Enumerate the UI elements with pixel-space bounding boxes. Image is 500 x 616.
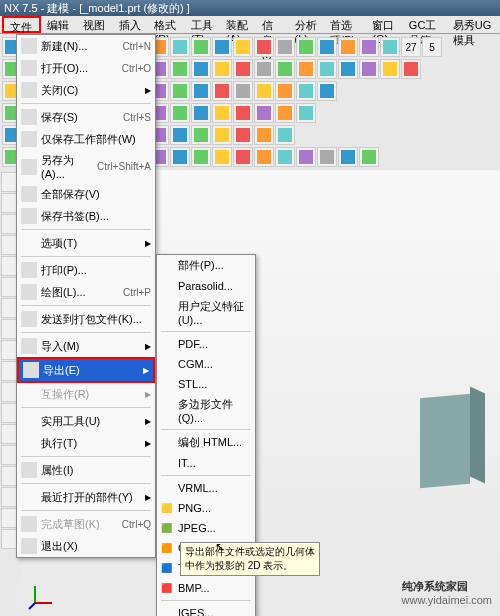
submenu-item-parasolid[interactable]: Parasolid... <box>157 276 255 296</box>
menu-analysis[interactable]: 分析(L) <box>289 16 324 33</box>
menu-file[interactable]: 文件(F) <box>2 16 41 33</box>
toolbar-icon[interactable] <box>170 103 190 123</box>
menu-item-plot[interactable]: 绘图(L)...Ctrl+P <box>17 281 155 303</box>
toolbar-icon[interactable] <box>359 37 379 57</box>
menu-edit[interactable]: 编辑(E) <box>41 16 77 33</box>
submenu-item-part[interactable]: 部件(P)... <box>157 255 255 276</box>
toolbar-icon[interactable] <box>212 125 232 145</box>
menu-info[interactable]: 信息(I) <box>256 16 289 33</box>
menu-insert[interactable]: 插入(S) <box>113 16 149 33</box>
toolbar-icon[interactable] <box>254 125 274 145</box>
toolbar-icon[interactable] <box>254 103 274 123</box>
toolbar-icon[interactable] <box>317 147 337 167</box>
toolbar-icon[interactable] <box>233 37 253 57</box>
menu-window[interactable]: 窗口(Q) <box>366 16 403 33</box>
toolbar-icon[interactable] <box>170 147 190 167</box>
submenu-item-tt[interactable]: IT... <box>157 453 255 473</box>
toolbar-icon[interactable] <box>212 59 232 79</box>
toolbar-icon[interactable] <box>338 147 358 167</box>
menu-item-exit[interactable]: 退出(X) <box>17 535 155 557</box>
submenu-item-html[interactable]: 编创 HTML... <box>157 432 255 453</box>
toolbar-icon[interactable] <box>233 125 253 145</box>
menu-format[interactable]: 格式(R) <box>148 16 184 33</box>
menu-item-close[interactable]: 关闭(C)▶ <box>17 79 155 101</box>
menu-view[interactable]: 视图(V) <box>77 16 113 33</box>
toolbar-icon[interactable] <box>170 125 190 145</box>
menu-item-interop[interactable]: 互操作(R)▶ <box>17 383 155 405</box>
submenu-item-jpeg[interactable]: 🟩JPEG... <box>157 518 255 538</box>
toolbar-icon[interactable] <box>275 147 295 167</box>
menu-item-sendpkg[interactable]: 发送到打包文件(K)... <box>17 308 155 330</box>
toolbar-icon[interactable] <box>296 59 316 79</box>
toolbar-icon[interactable] <box>212 37 232 57</box>
menu-ugmold[interactable]: 易秀UG模具 <box>447 16 498 33</box>
toolbar-icon[interactable] <box>296 147 316 167</box>
menu-item-execute[interactable]: 执行(T)▶ <box>17 432 155 454</box>
toolbar-icon[interactable] <box>338 37 358 57</box>
toolbar-icon[interactable] <box>233 59 253 79</box>
toolbar-icon[interactable] <box>191 147 211 167</box>
menu-item-options[interactable]: 选项(T)▶ <box>17 232 155 254</box>
menu-item-open[interactable]: 打开(O)...Ctrl+O <box>17 57 155 79</box>
toolbar-icon[interactable] <box>212 81 232 101</box>
menu-gctools[interactable]: GC工具箱 <box>403 16 447 33</box>
toolbar-icon[interactable] <box>191 125 211 145</box>
toolbar-icon[interactable] <box>359 59 379 79</box>
submenu-item-udf[interactable]: 用户定义特征(U)... <box>157 296 255 329</box>
toolbar-icon[interactable] <box>359 147 379 167</box>
submenu-item-bmp[interactable]: 🟥BMP... <box>157 578 255 598</box>
menu-item-import[interactable]: 导入(M)▶ <box>17 335 155 357</box>
submenu-item-stl[interactable]: STL... <box>157 374 255 394</box>
toolbar-num[interactable]: 27 <box>401 37 421 57</box>
menu-assembly[interactable]: 装配(A) <box>220 16 256 33</box>
toolbar-icon[interactable] <box>254 147 274 167</box>
menu-prefs[interactable]: 首选项(P) <box>324 16 367 33</box>
toolbar-icon[interactable] <box>317 37 337 57</box>
toolbar-num[interactable]: 5 <box>422 37 442 57</box>
toolbar-icon[interactable] <box>212 147 232 167</box>
menu-item-saveall[interactable]: 全部保存(V) <box>17 183 155 205</box>
menu-item-saveas[interactable]: 另存为(A)...Ctrl+Shift+A <box>17 150 155 183</box>
toolbar-icon[interactable] <box>170 59 190 79</box>
menu-item-new[interactable]: 新建(N)...Ctrl+N <box>17 35 155 57</box>
toolbar-icon[interactable] <box>275 125 295 145</box>
menu-item-save[interactable]: 保存(S)Ctrl+S <box>17 106 155 128</box>
toolbar-icon[interactable] <box>380 37 400 57</box>
toolbar-icon[interactable] <box>275 59 295 79</box>
toolbar-icon[interactable] <box>296 103 316 123</box>
submenu-item-polygon[interactable]: 多边形文件(Q)... <box>157 394 255 427</box>
toolbar-icon[interactable] <box>296 37 316 57</box>
toolbar-icon[interactable] <box>191 81 211 101</box>
menu-item-export[interactable]: 导出(E)▶ <box>17 357 155 383</box>
submenu-item-vrml[interactable]: VRML... <box>157 478 255 498</box>
menu-tools[interactable]: 工具(T) <box>185 16 220 33</box>
toolbar-icon[interactable] <box>317 81 337 101</box>
toolbar-icon[interactable] <box>380 59 400 79</box>
toolbar-icon[interactable] <box>191 37 211 57</box>
toolbar-icon[interactable] <box>170 37 190 57</box>
submenu-item-iges[interactable]: IGES... <box>157 603 255 616</box>
toolbar-icon[interactable] <box>401 59 421 79</box>
submenu-item-pdf[interactable]: PDF... <box>157 334 255 354</box>
toolbar-icon[interactable] <box>296 81 316 101</box>
toolbar-icon[interactable] <box>233 147 253 167</box>
toolbar-icon[interactable] <box>338 59 358 79</box>
toolbar-icon[interactable] <box>275 103 295 123</box>
toolbar-icon[interactable] <box>170 81 190 101</box>
menu-item-savework[interactable]: 仅保存工作部件(W) <box>17 128 155 150</box>
toolbar-icon[interactable] <box>233 81 253 101</box>
menu-item-recent[interactable]: 最近打开的部件(Y)▶ <box>17 486 155 508</box>
menu-item-properties[interactable]: 属性(I) <box>17 459 155 481</box>
menu-item-print[interactable]: 打印(P)... <box>17 259 155 281</box>
toolbar-icon[interactable] <box>212 103 232 123</box>
menu-item-finishsketch[interactable]: 完成草图(K)Ctrl+Q <box>17 513 155 535</box>
menu-item-savebm[interactable]: 保存书签(B)... <box>17 205 155 227</box>
submenu-item-png[interactable]: 🟨PNG... <box>157 498 255 518</box>
toolbar-icon[interactable] <box>254 81 274 101</box>
toolbar-icon[interactable] <box>275 81 295 101</box>
toolbar-icon[interactable] <box>191 59 211 79</box>
toolbar-icon[interactable] <box>275 37 295 57</box>
toolbar-icon[interactable] <box>191 103 211 123</box>
toolbar-icon[interactable] <box>317 59 337 79</box>
submenu-item-cgm[interactable]: CGM... <box>157 354 255 374</box>
